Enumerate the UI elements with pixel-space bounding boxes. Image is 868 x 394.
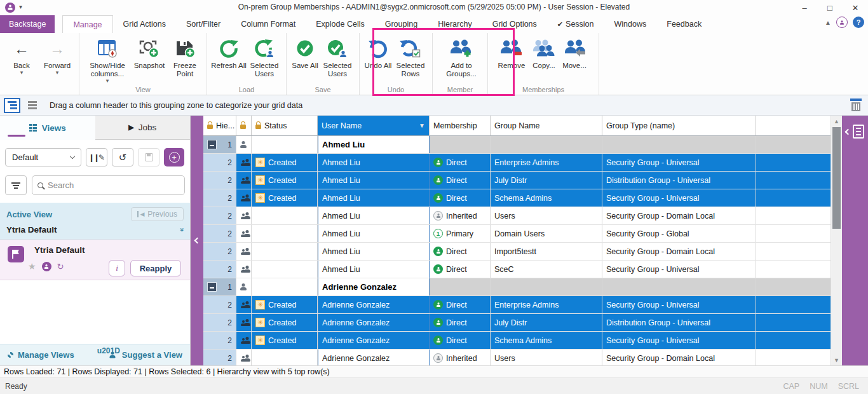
right-panel-bar[interactable] [842,116,868,365]
membership-cell[interactable] [430,136,491,153]
reapply-button[interactable]: Reapply [130,260,181,276]
column-header-rowtype[interactable] [236,116,252,135]
column-header-hierarchy[interactable]: Hie... [203,116,236,135]
collapse-minus-icon[interactable] [207,282,217,292]
ribbon-tab-session[interactable]: ✔Session [547,15,604,33]
membership-cell[interactable]: Direct [430,243,491,260]
user-name-cell[interactable]: Ahmed Liu [318,243,430,260]
column-header-groupname[interactable]: Group Name [491,116,602,135]
row-type-cell[interactable] [236,189,252,207]
ribbon-tab-windows[interactable]: Windows [604,15,657,33]
user-name-cell[interactable]: Adrienne Gonzalez [318,350,430,365]
group-type-cell[interactable]: Security Group - Universal [602,296,756,313]
add-to-groups-button[interactable]: Add to Groups... [442,37,481,78]
group-name-cell[interactable]: SceC [491,261,602,278]
row-type-cell[interactable] [236,296,252,313]
group-name-cell[interactable]: Domain Users [491,225,602,242]
view-category-dropdown[interactable]: Default [5,148,81,166]
group-type-cell[interactable] [602,136,756,153]
user-name-cell[interactable]: Adrienne Gonzalez [318,296,430,313]
minimize-button[interactable]: – [792,0,817,15]
grid-row[interactable]: 2✳CreatedAdrienne GonzalezDirectSchema A… [203,332,831,350]
close-button[interactable]: ✕ [843,0,868,15]
status-cell[interactable] [252,350,318,365]
hierarchy-view-toggle[interactable] [4,98,20,113]
grid-row[interactable]: 2✳CreatedAhmed LiuDirectSchema AdminsSec… [203,189,831,207]
user-name-cell[interactable]: Adrienne Gonzalez [318,332,430,349]
status-cell[interactable]: ✳Created [252,296,318,313]
hierarchy-cell[interactable]: 2 [203,225,236,242]
group-name-cell[interactable]: Enterprise Admins [491,154,602,171]
ribbon-tab-explode-cells[interactable]: Explode Cells [306,15,374,33]
membership-cell[interactable]: Direct [430,314,491,331]
grid-row[interactable]: 2Ahmed LiuInheritedUsersSecurity Group -… [203,207,831,225]
collapse-ribbon-icon[interactable]: ▲ [825,19,831,26]
help-icon[interactable]: ? [853,17,864,28]
group-name-cell[interactable] [491,136,602,153]
ribbon-tab-grid-options[interactable]: Grid Options [482,15,547,33]
user-name-cell[interactable]: Ahmed Liu [318,136,430,153]
grid-row[interactable]: 1Adrienne Gonzalez [203,278,831,296]
refresh-selected-users-button[interactable]: Selected Users [247,37,282,78]
scroll-up-icon[interactable]: ▲ [831,116,842,126]
vertical-scrollbar[interactable]: ▲ ▼ [831,116,842,365]
group-type-cell[interactable]: Distribution Group - Universal [602,314,756,331]
group-name-cell[interactable]: Import5testt [491,243,602,260]
hierarchy-cell[interactable]: 2 [203,314,236,331]
grid-row[interactable]: 2Ahmed LiuDirectSceCSecurity Group - Uni… [203,261,831,278]
expand-double-chevron-icon[interactable]: » [180,228,184,231]
hierarchy-cell[interactable]: 2 [203,207,236,224]
user-name-cell[interactable]: Ahmed Liu [318,172,430,189]
group-type-cell[interactable]: Security Group - Universal [602,189,756,207]
group-type-cell[interactable]: Security Group - Domain Local [602,243,756,260]
group-name-cell[interactable]: Enterprise Admins [491,296,602,313]
group-type-cell[interactable]: Security Group - Universal [602,261,756,278]
user-name-cell[interactable]: Adrienne Gonzalez [318,314,430,331]
group-name-cell[interactable]: Schema Admins [491,189,602,207]
group-name-cell[interactable]: Schema Admins [491,332,602,349]
membership-cell[interactable]: Inherited [430,207,491,224]
hierarchy-cell[interactable]: 2 [203,189,236,207]
ribbon-tab-column-format[interactable]: Column Format [231,15,306,33]
filter-button[interactable] [5,175,27,195]
column-header-status[interactable]: Status [252,116,318,135]
row-type-cell[interactable] [236,243,252,260]
undo-selected-rows-button[interactable]: Selected Rows [393,37,428,78]
column-header-membership[interactable]: Membership [430,116,491,135]
save-view-button[interactable] [138,148,159,166]
hierarchy-cell[interactable]: 2 [203,296,236,313]
forward-button[interactable]: → Forward ▾ [39,37,75,75]
tab-jobs[interactable]: ▶ Jobs [95,116,191,140]
copy-button[interactable]: Copy... [529,37,559,70]
grid-row[interactable]: 2✳CreatedAdrienne GonzalezDirectEnterpri… [203,296,831,314]
refresh-all-button[interactable]: Refresh All [211,37,247,70]
row-type-cell[interactable] [236,350,252,365]
row-type-cell[interactable] [236,207,252,224]
status-cell[interactable] [252,136,318,153]
status-cell[interactable] [252,243,318,260]
membership-cell[interactable]: 1Primary [430,225,491,242]
status-cell[interactable] [252,225,318,242]
user-name-cell[interactable]: Adrienne Gonzalez [318,278,430,296]
grid-row[interactable]: 1Ahmed Liu [203,136,831,154]
hierarchy-cell[interactable]: 2 [203,154,236,171]
user-row-cell[interactable] [236,278,252,296]
user-row-cell[interactable] [236,136,252,153]
hierarchy-cell[interactable]: 2 [203,243,236,260]
save-all-button[interactable]: Save All [290,37,320,70]
hierarchy-cell[interactable]: 2 [203,350,236,365]
status-cell[interactable]: ✳Created [252,189,318,207]
status-cell[interactable]: ✳Created [252,172,318,189]
membership-cell[interactable]: Direct [430,261,491,278]
grid-row[interactable]: 2Adrienne GonzalezInheritedUsersSecurity… [203,350,831,365]
hierarchy-cell[interactable]: 2 [203,261,236,278]
group-type-cell[interactable] [602,278,756,296]
grid-row[interactable]: 2Ahmed LiuDirectImport5testtSecurity Gro… [203,243,831,261]
add-view-button[interactable]: + [164,148,184,166]
group-name-cell[interactable]: July Distr [491,314,602,331]
row-type-cell[interactable] [236,225,252,242]
membership-cell[interactable]: Direct [430,332,491,349]
user-name-cell[interactable]: Ahmed Liu [318,207,430,224]
membership-cell[interactable]: Direct [430,296,491,313]
maximize-button[interactable]: □ [817,0,843,15]
